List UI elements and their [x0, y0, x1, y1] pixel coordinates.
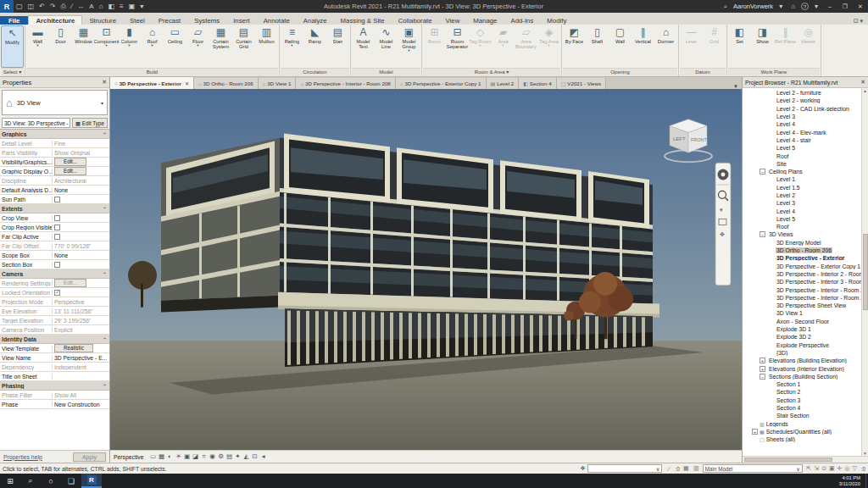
room-button[interactable]: ⊞Room▾ — [423, 25, 446, 68]
crop-view-icon[interactable]: ⌗ — [200, 452, 209, 461]
property-row[interactable]: Camera Position Explicit Explicit — [0, 325, 109, 335]
tree-expander-icon[interactable] — [767, 90, 773, 96]
worksharing-icon[interactable]: ❖ — [580, 465, 585, 472]
dormer-button[interactable]: ⌂Dormer▾ — [654, 25, 677, 68]
tree-expander-icon[interactable] — [767, 161, 773, 167]
tree-expander-icon[interactable] — [767, 319, 773, 324]
property-row[interactable]: Crop View — [0, 214, 109, 223]
edit-button[interactable]: Edit... — [54, 167, 86, 175]
tree-item[interactable]: {3D} — [743, 349, 861, 357]
property-row[interactable]: Section Box — [0, 260, 109, 269]
grid-button[interactable]: #Grid▾ — [703, 25, 726, 68]
tree-item[interactable]: − Ceiling Plans — [743, 168, 861, 175]
sun-path-icon[interactable]: ☀ — [175, 452, 183, 461]
undo-icon[interactable]: ↶ — [36, 3, 47, 10]
property-row[interactable]: Dependency Independent Independent — [0, 363, 109, 372]
render-icon[interactable]: ◪ — [192, 452, 200, 461]
view-tab[interactable]: ⌂ 3D Perspective - Exterior Copy 1 ✕ — [396, 78, 487, 89]
tree-item[interactable]: + ▦ Schedules/Quantities (all) — [743, 428, 861, 435]
tree-item[interactable]: Level 3 — [743, 199, 861, 207]
tree-expander-icon[interactable] — [767, 279, 773, 285]
tree-expander-icon[interactable] — [767, 208, 773, 214]
mullion-button[interactable]: ▥Mullion▾ — [255, 25, 278, 68]
tree-expander-icon[interactable] — [767, 106, 773, 112]
ribbon-display-toggle[interactable]: ⊡ ▾ — [849, 18, 868, 25]
checkbox[interactable] — [54, 234, 60, 240]
tree-expander-icon[interactable] — [767, 263, 773, 269]
door-button[interactable]: ▯Door▾ — [49, 25, 72, 68]
property-row[interactable]: Target Elevation 29' 3 199/256" 29' 3 19… — [0, 316, 109, 325]
tree-expander-icon[interactable] — [767, 192, 773, 198]
browser-vertical-scrollbar[interactable]: ▲ ▼ — [861, 88, 868, 456]
model-line-button[interactable]: ∿Model Line▾ — [375, 25, 398, 68]
property-row[interactable]: Graphic Display O... Edit... Edit... — [0, 167, 109, 176]
column-button[interactable]: ▮Column▾ — [118, 25, 141, 68]
signed-in-user[interactable]: AaronVorwerk — [733, 3, 773, 10]
tree-expander-icon[interactable] — [767, 145, 773, 151]
save-icon[interactable]: ◫ — [25, 3, 37, 10]
aligned-dimension-icon[interactable]: ↔ — [75, 3, 86, 10]
tree-item[interactable]: − Sections (Building Section) — [743, 373, 861, 380]
property-row[interactable]: Discipline Architectural Architectural — [0, 176, 109, 186]
ceiling-button[interactable]: ▭Ceiling▾ — [164, 25, 186, 68]
tree-expander-icon[interactable]: + — [760, 366, 765, 372]
tree-item[interactable]: Level 1 — [743, 175, 861, 183]
tree-expander-icon[interactable] — [767, 295, 773, 301]
tree-item[interactable]: Section 3 — [743, 396, 861, 404]
help-icon[interactable]: ? — [801, 3, 809, 10]
property-row[interactable]: Camera — [0, 269, 109, 279]
checkbox[interactable] — [54, 215, 60, 221]
edit-type-button[interactable]: ▦ Edit Type — [72, 118, 108, 128]
tree-item[interactable]: 3D Energy Model — [743, 239, 861, 247]
tree-expander-icon[interactable]: + — [760, 358, 765, 363]
property-row[interactable]: Sun Path — [0, 195, 109, 204]
tree-expander-icon[interactable] — [767, 176, 773, 182]
tree-expander-icon[interactable] — [767, 114, 773, 119]
property-row[interactable]: Extents — [0, 204, 109, 214]
app-store-icon[interactable]: ⌂ — [788, 3, 798, 10]
select-links-icon[interactable]: ⇱ — [805, 465, 813, 472]
edit-button[interactable]: Edit... — [54, 158, 86, 166]
search-icon[interactable]: ⌕ — [721, 3, 730, 11]
property-row[interactable]: View Template Realistic Realistic — [0, 344, 109, 353]
property-row[interactable]: Scope Box None None — [0, 251, 109, 260]
project-browser-close-icon[interactable]: ✕ — [860, 79, 865, 86]
property-row[interactable]: Phase Filter Show All Show All — [0, 391, 109, 400]
view-tab[interactable]: ⌂ 3D Perspective - Interior - Room 208 ✕ — [296, 78, 395, 89]
tree-expander-icon[interactable]: − — [760, 374, 765, 380]
highlight-displacement-icon[interactable]: ⊡ — [251, 452, 259, 461]
window-button[interactable]: ▦Window▾ — [72, 25, 95, 68]
property-row[interactable]: Far Clip Offset 770' 0 99/128" 770' 0 99… — [0, 241, 109, 251]
edit-button[interactable]: Realistic — [54, 344, 93, 352]
view-tab[interactable]: ◧ Section 4 ✕ — [519, 78, 556, 89]
section-icon[interactable]: ◧ — [105, 3, 117, 10]
tree-expander-icon[interactable] — [767, 247, 773, 253]
set-workplane-button[interactable]: ◧Set▾ — [728, 25, 751, 68]
navigation-bar[interactable]: ▾ ✥ — [715, 163, 731, 286]
switch-windows-icon[interactable]: ▣ — [126, 3, 138, 10]
tree-expander-icon[interactable] — [767, 413, 773, 419]
instance-filter-dropdown[interactable]: 3D View: 3D Perspective - — [2, 118, 70, 128]
property-row[interactable]: Crop Region Visible — [0, 223, 109, 232]
scroll-up-icon[interactable]: ▲ — [863, 88, 867, 93]
checkbox[interactable] — [54, 290, 60, 296]
scrollbar-thumb[interactable] — [863, 234, 868, 310]
type-selector[interactable]: ⌂ 3D View ▾ — [2, 90, 108, 115]
property-row[interactable]: View Name 3D Perspective - E... 3D Persp… — [0, 353, 109, 363]
apply-button[interactable]: Apply — [73, 452, 106, 462]
tree-expander-icon[interactable] — [767, 200, 773, 206]
ramp-button[interactable]: ◣Ramp▾ — [303, 25, 326, 68]
stair-button[interactable]: ▤Stair▾ — [326, 25, 349, 68]
tree-expander-icon[interactable] — [767, 381, 773, 387]
tree-item[interactable]: 3D Perspective Sheet View — [743, 302, 861, 309]
floor-button[interactable]: ▱Floor▾ — [186, 25, 209, 68]
tree-expander-icon[interactable]: + — [752, 429, 758, 435]
tree-item[interactable]: Section 4 — [743, 404, 861, 412]
tree-expander-icon[interactable] — [752, 421, 758, 427]
select-underlay-icon[interactable]: ⇲ — [813, 465, 821, 472]
view-tab[interactable]: ⌂ 3D Ortho - Room 206 ✕ — [194, 78, 259, 89]
property-row[interactable]: Identity Data — [0, 335, 109, 344]
taskbar-clock[interactable]: 4:01 PM 3/11/2020 — [839, 475, 865, 486]
tree-expander-icon[interactable] — [767, 397, 773, 403]
active-workset-dropdown[interactable]: ∨ — [587, 464, 662, 473]
